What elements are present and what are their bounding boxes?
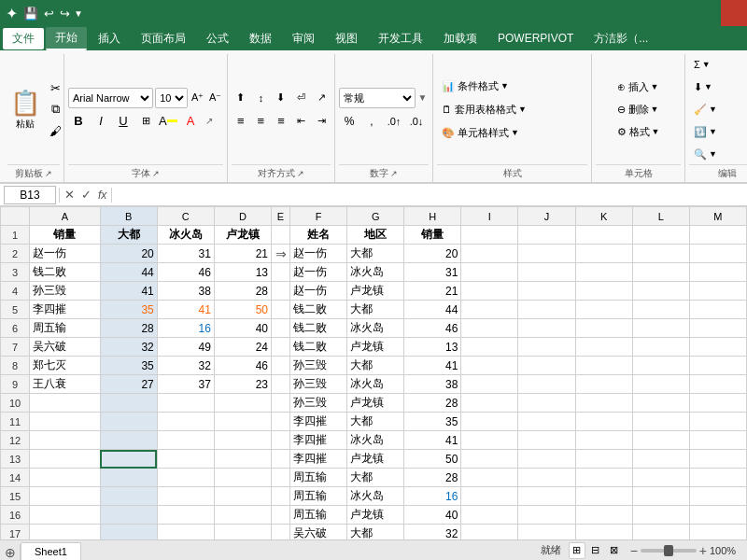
row-num-12[interactable]: 12 [1, 431, 30, 450]
row-num-6[interactable]: 6 [1, 319, 30, 338]
cell-a4[interactable]: 孙三毁 [30, 282, 101, 301]
text-direction-button[interactable]: ↗ [312, 88, 331, 108]
insert-function-icon[interactable]: fx [96, 189, 108, 202]
cell-e7[interactable] [272, 338, 290, 357]
cell-b8[interactable]: 35 [100, 357, 157, 375]
cell-j14[interactable] [518, 469, 575, 487]
cell-d1[interactable]: 卢龙镇 [214, 226, 271, 245]
zoom-slider[interactable] [641, 549, 697, 553]
cell-l15[interactable] [632, 487, 689, 506]
menu-formula[interactable]: 公式 [197, 28, 238, 49]
row-num-2[interactable]: 2 [1, 245, 30, 263]
table-format-button[interactable]: 🗒 套用表格格式 ▼ [437, 99, 531, 119]
fill-button[interactable]: ⬇ ▼ [689, 77, 717, 97]
wrap-text-button[interactable]: ⏎ [292, 88, 311, 108]
cell-j11[interactable] [518, 413, 575, 431]
cell-f14[interactable]: 周五输 [290, 469, 347, 487]
row-num-1[interactable]: 1 [1, 226, 30, 245]
format-painter-button[interactable]: 🖌 [45, 120, 65, 141]
row-num-3[interactable]: 3 [1, 263, 30, 282]
comma-button[interactable]: , [361, 111, 382, 132]
menu-extra[interactable]: 方洁影（... [585, 28, 657, 49]
delete-cells-button[interactable]: ⊖ 删除 ▼ [613, 99, 665, 119]
cell-m5[interactable] [689, 301, 746, 319]
align-bottom-button[interactable]: ⬇ [272, 88, 290, 108]
cell-l5[interactable] [632, 301, 689, 319]
cell-g9[interactable]: 冰火岛 [347, 375, 404, 394]
cell-d8[interactable]: 46 [214, 357, 271, 375]
row-num-14[interactable]: 14 [1, 469, 30, 487]
italic-button[interactable]: I [91, 111, 111, 132]
font-color-button[interactable]: A [180, 111, 201, 132]
qa-dropdown-icon[interactable]: ▼ [74, 8, 83, 19]
cell-m12[interactable] [689, 431, 746, 450]
cell-l7[interactable] [632, 338, 689, 357]
cell-b15[interactable] [100, 487, 157, 506]
undo-qa-icon[interactable]: ↩ [42, 5, 56, 22]
cell-g1[interactable]: 地区 [347, 226, 404, 245]
row-num-13[interactable]: 13 [1, 450, 30, 469]
number-format-expand[interactable]: ▼ [416, 88, 429, 108]
cell-l4[interactable] [632, 282, 689, 301]
decrease-font-button[interactable]: A⁻ [207, 89, 223, 107]
cell-h3[interactable]: 31 [404, 263, 461, 282]
cell-b3[interactable]: 44 [100, 263, 157, 282]
cell-l6[interactable] [632, 319, 689, 338]
cell-e15[interactable] [272, 487, 290, 506]
row-num-15[interactable]: 15 [1, 487, 30, 506]
cell-l8[interactable] [632, 357, 689, 375]
align-left-button[interactable]: ≡ [232, 111, 250, 132]
cell-g10[interactable]: 卢龙镇 [347, 394, 404, 413]
cell-h7[interactable]: 13 [404, 338, 461, 357]
cell-k6[interactable] [575, 319, 632, 338]
cell-d9[interactable]: 23 [214, 375, 271, 394]
cell-k2[interactable] [575, 245, 632, 263]
cell-a14[interactable] [30, 469, 101, 487]
cell-e6[interactable] [272, 319, 290, 338]
col-header-K[interactable]: K [575, 207, 632, 226]
bold-button[interactable]: B [68, 111, 89, 132]
row-num-8[interactable]: 8 [1, 357, 30, 375]
cell-g2[interactable]: 大都 [347, 245, 404, 263]
cut-button[interactable]: ✂ [45, 77, 65, 98]
cell-c12[interactable] [157, 431, 214, 450]
cell-c4[interactable]: 38 [157, 282, 214, 301]
row-num-16[interactable]: 16 [1, 506, 30, 525]
cell-k14[interactable] [575, 469, 632, 487]
cell-k9[interactable] [575, 375, 632, 394]
cell-f10[interactable]: 孙三毁 [290, 394, 347, 413]
cell-k1[interactable] [575, 226, 632, 245]
cell-j4[interactable] [518, 282, 575, 301]
cell-g7[interactable]: 卢龙镇 [347, 338, 404, 357]
clear-button[interactable]: 🧹 ▼ [689, 99, 722, 119]
row-num-9[interactable]: 9 [1, 375, 30, 394]
cell-d13[interactable] [214, 450, 271, 469]
cell-a2[interactable]: 赵一伤 [30, 245, 101, 263]
cell-b11[interactable] [100, 413, 157, 431]
cell-a15[interactable] [30, 487, 101, 506]
sheet-tab-sheet1[interactable]: Sheet1 [21, 542, 81, 561]
conditional-format-button[interactable]: 📊 条件格式 ▼ [437, 76, 514, 96]
cell-j16[interactable] [518, 506, 575, 525]
close-button[interactable] [721, 0, 747, 26]
cell-i4[interactable] [461, 282, 518, 301]
cell-reference-input[interactable] [4, 186, 56, 204]
save-qa-icon[interactable]: 💾 [21, 5, 40, 22]
cell-a6[interactable]: 周五输 [30, 319, 101, 338]
cell-m16[interactable] [689, 506, 746, 525]
col-header-A[interactable]: A [30, 207, 101, 226]
col-header-B[interactable]: B [100, 207, 157, 226]
cell-i15[interactable] [461, 487, 518, 506]
cell-c11[interactable] [157, 413, 214, 431]
menu-file[interactable]: 文件 [3, 28, 44, 49]
page-break-view-button[interactable]: ⊠ [606, 542, 623, 559]
cell-j10[interactable] [518, 394, 575, 413]
col-header-I[interactable]: I [461, 207, 518, 226]
cell-h12[interactable]: 41 [404, 431, 461, 450]
col-header-J[interactable]: J [518, 207, 575, 226]
menu-data[interactable]: 数据 [240, 28, 281, 49]
underline-button[interactable]: U [113, 111, 134, 132]
cell-h10[interactable]: 28 [404, 394, 461, 413]
cell-h14[interactable]: 28 [404, 469, 461, 487]
cell-c8[interactable]: 32 [157, 357, 214, 375]
